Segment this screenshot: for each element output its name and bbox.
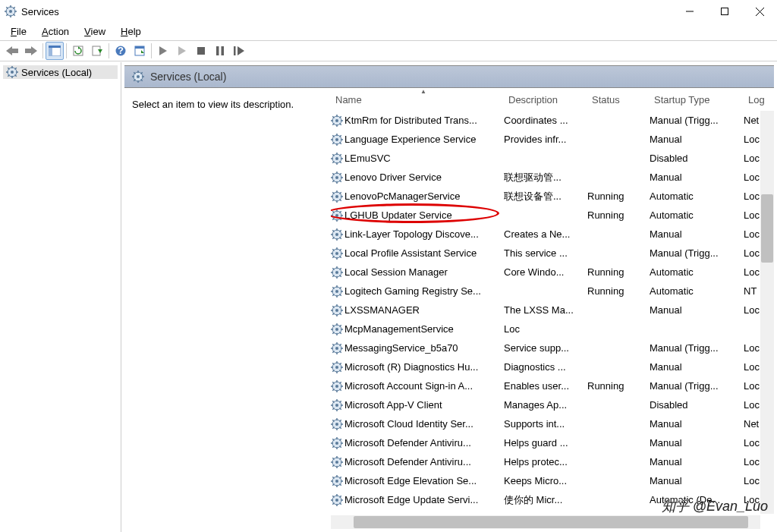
service-description: 联想设备管...: [504, 190, 587, 203]
service-row[interactable]: Microsoft Edge Update Servi... 使你的 Micr.…: [331, 490, 774, 509]
service-name: LGHUB Updater Service: [344, 209, 452, 221]
tree-item-services-local[interactable]: Services (Local): [3, 65, 118, 79]
service-startup-type: Disabled: [650, 399, 744, 411]
column-header-startup-type[interactable]: Startup Type: [650, 90, 744, 110]
column-header-logon[interactable]: Log: [744, 90, 774, 110]
gear-icon: [331, 437, 343, 449]
service-row[interactable]: MessagingService_b5a70 Service supp... M…: [331, 338, 774, 357]
service-status: Running: [587, 285, 650, 297]
service-status: Running: [587, 266, 650, 278]
service-row[interactable]: Microsoft Account Sign-in A... Enables u…: [331, 376, 774, 395]
service-name: KtmRm for Distributed Trans...: [344, 115, 477, 126]
restart-service-button[interactable]: [230, 42, 248, 60]
description-pane: Select an item to view its description.: [124, 88, 331, 529]
service-row[interactable]: Microsoft App-V Client Manages Ap... Dis…: [331, 395, 774, 414]
start-service-button[interactable]: [154, 42, 172, 60]
menu-file[interactable]: File: [3, 24, 34, 39]
svg-text:?: ?: [118, 46, 124, 56]
service-row[interactable]: Local Profile Assistant Service This ser…: [331, 244, 774, 263]
service-startup-type: Manual: [650, 456, 744, 467]
gear-icon: [331, 228, 343, 241]
svg-rect-30: [197, 47, 205, 55]
svg-rect-32: [222, 46, 225, 55]
app-icon: [5, 5, 17, 17]
close-button[interactable]: [742, 0, 777, 23]
service-startup-type: Disabled: [650, 153, 744, 164]
service-name: McpManagementService: [344, 323, 454, 335]
maximize-button[interactable]: [707, 0, 742, 23]
service-row[interactable]: LGHUB Updater Service Running Automatic …: [331, 206, 774, 225]
service-startup-type: Manual: [650, 437, 744, 449]
description-placeholder: Select an item to view its description.: [132, 99, 294, 110]
back-button[interactable]: [3, 42, 21, 60]
service-name: Microsoft Defender Antiviru...: [344, 437, 471, 449]
gear-icon: [6, 66, 18, 78]
pause-start-button[interactable]: [173, 42, 191, 60]
service-row[interactable]: LXSSMANAGER The LXSS Ma... Manual Loc: [331, 301, 774, 320]
service-row[interactable]: Lenovo Driver Service 联想驱动管... Manual Lo…: [331, 168, 774, 187]
grid-header: Name▲ Description Status Startup Type Lo…: [331, 88, 774, 111]
pause-service-button[interactable]: [211, 42, 229, 60]
service-row[interactable]: Microsoft Defender Antiviru... Helps pro…: [331, 452, 774, 471]
service-startup-type: Manual: [650, 361, 744, 373]
menu-action[interactable]: Action: [34, 24, 77, 39]
vertical-scrollbar[interactable]: [760, 111, 774, 514]
vertical-scroll-thumb[interactable]: [761, 194, 773, 263]
service-row[interactable]: Logitech Gaming Registry Se... Running A…: [331, 282, 774, 301]
service-row[interactable]: LenovoPcManagerService 联想设备管... Running …: [331, 187, 774, 206]
help-button[interactable]: ?: [112, 42, 130, 60]
gear-icon: [331, 399, 343, 411]
menu-help[interactable]: Help: [113, 24, 149, 39]
service-row[interactable]: Language Experience Service Provides inf…: [331, 130, 774, 149]
gear-icon: [331, 266, 343, 279]
service-logon: Loc: [504, 323, 534, 335]
menu-view[interactable]: View: [77, 24, 113, 39]
gear-icon: [331, 285, 343, 297]
service-description: Keeps Micro...: [504, 475, 587, 486]
service-row[interactable]: Microsoft Edge Elevation Se... Keeps Mic…: [331, 471, 774, 490]
sort-ascending-icon: ▲: [420, 88, 426, 95]
menubar: File Action View Help: [0, 23, 777, 39]
service-row[interactable]: Link-Layer Topology Discove... Creates a…: [331, 225, 774, 244]
refresh-button[interactable]: [69, 42, 87, 60]
service-row[interactable]: KtmRm for Distributed Trans... Coordinat…: [331, 111, 774, 130]
horizontal-scroll-thumb[interactable]: [354, 516, 748, 528]
service-description: This service ...: [504, 247, 587, 259]
column-header-status[interactable]: Status: [587, 90, 650, 110]
service-description: Supports int...: [504, 418, 587, 430]
gear-icon: [331, 494, 343, 506]
show-hide-tree-button[interactable]: [46, 42, 64, 60]
service-description: Creates a Ne...: [504, 228, 587, 240]
gear-icon: [331, 475, 343, 487]
tree-pane: Services (Local): [0, 62, 121, 532]
service-startup-type: Automatic: [650, 285, 744, 297]
service-status: Running: [587, 380, 650, 392]
service-startup-type: Automatic: [650, 209, 744, 221]
properties-button[interactable]: [131, 42, 149, 60]
service-row[interactable]: Microsoft (R) Diagnostics Hu... Diagnost…: [331, 357, 774, 376]
gear-icon: [331, 342, 343, 354]
gear-icon: [331, 209, 343, 222]
service-status: Running: [587, 209, 650, 221]
service-row[interactable]: Local Session Manager Core Windo... Runn…: [331, 263, 774, 282]
pane-header: Services (Local): [124, 65, 774, 88]
horizontal-scrollbar[interactable]: [331, 515, 760, 529]
gear-icon: [331, 153, 343, 165]
export-button[interactable]: [88, 42, 106, 60]
minimize-button[interactable]: [672, 0, 707, 23]
column-header-name[interactable]: Name▲: [331, 90, 504, 110]
svg-rect-33: [234, 46, 236, 55]
service-name: Microsoft Defender Antiviru...: [344, 456, 471, 467]
forward-button[interactable]: [22, 42, 40, 60]
svg-rect-17: [49, 46, 61, 48]
service-description: Helps protec...: [504, 456, 587, 467]
service-row[interactable]: McpManagementService Loc: [331, 320, 774, 338]
service-row[interactable]: Microsoft Cloud Identity Ser... Supports…: [331, 414, 774, 433]
stop-service-button[interactable]: [192, 42, 210, 60]
gear-icon: [331, 418, 343, 430]
service-row[interactable]: LEmuSVC Disabled Loc: [331, 149, 774, 168]
column-header-description[interactable]: Description: [504, 90, 587, 110]
service-row[interactable]: Microsoft Defender Antiviru... Helps gua…: [331, 433, 774, 452]
gear-icon: [331, 323, 343, 335]
service-name: Microsoft Account Sign-in A...: [344, 380, 473, 392]
